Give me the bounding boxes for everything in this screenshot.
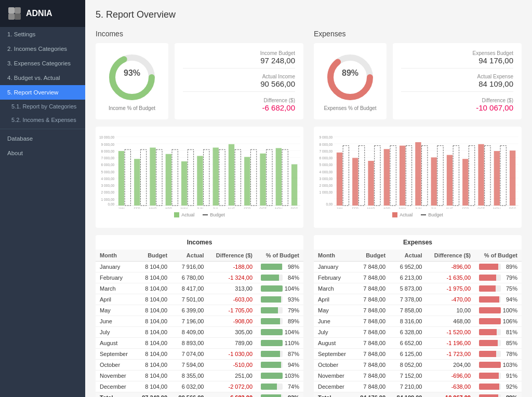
cell-pct: 98% — [257, 262, 303, 272]
cell-month: December — [314, 381, 353, 392]
svg-rect-96 — [400, 146, 405, 206]
sidebar-item-incomes-categories[interactable]: 2. Incomes Categories — [0, 42, 85, 56]
cell-month: August — [96, 338, 135, 349]
cell-pct: 94% — [257, 360, 303, 371]
cell-pct: 81% — [475, 327, 522, 338]
cell-month: May — [96, 305, 135, 316]
table-row: March 7 848,00 5 873,00 -1 975,00 75% — [314, 283, 522, 294]
sidebar-item-budget-actual[interactable]: 4. Budget vs. Actual — [0, 71, 85, 85]
incomes-budget-row: Income Budget 97 248,00 — [183, 50, 295, 69]
svg-text:7 000,00: 7 000,00 — [320, 149, 333, 153]
sidebar-item-database[interactable]: Database — [0, 131, 85, 146]
cell-actual: 6 780,00 — [171, 272, 208, 283]
svg-rect-3 — [15, 13, 21, 20]
svg-rect-30 — [125, 149, 130, 206]
table-row: October 8 104,00 7 594,00 -510,00 94% — [96, 360, 303, 371]
th-month-income: Month — [96, 250, 135, 262]
svg-rect-32 — [140, 149, 146, 206]
th-actual-expense: Actual — [390, 250, 426, 262]
cell-diff: 468,00 — [426, 316, 475, 327]
table-row: January 7 848,00 6 952,00 -896,00 89% — [314, 262, 522, 272]
cell-month: September — [96, 349, 135, 360]
svg-text:5 000,00: 5 000,00 — [101, 170, 115, 174]
expenses-table: Expenses Month Budget Actual Difference … — [314, 235, 522, 397]
cell-actual: 8 893,00 — [171, 338, 208, 349]
cell-actual: 8 316,00 — [390, 316, 426, 327]
svg-rect-45 — [244, 157, 250, 206]
table-total-row: Total 97 248,00 90 566,00 -6 682,00 93% — [96, 392, 303, 398]
th-month-expense: Month — [314, 250, 353, 262]
svg-text:FEB: FEB — [352, 207, 358, 209]
table-row: October 7 848,00 8 052,00 204,00 103% — [314, 360, 522, 371]
svg-rect-48 — [267, 149, 272, 206]
sidebar-item-report-overview[interactable]: 5. Report Overview — [0, 85, 85, 100]
cell-actual: 6 213,00 — [390, 272, 426, 283]
cell-actual: 7 501,00 — [171, 294, 208, 305]
cell-pct: 85% — [475, 338, 522, 349]
cell-month: February — [96, 272, 135, 283]
cell-actual: 6 328,00 — [390, 327, 426, 338]
expenses-table-title: Expenses — [314, 235, 522, 250]
cell-diff: -470,00 — [426, 294, 475, 305]
cell-diff: -908,00 — [208, 316, 257, 327]
expenses-diff-row: Difference ($) -10 067,00 — [401, 98, 513, 112]
cell-diff: -1 324,00 — [208, 272, 257, 283]
table-row: December 7 848,00 7 210,00 -638,00 92% — [314, 381, 522, 392]
svg-rect-33 — [150, 147, 155, 206]
sidebar-item-expenses-categories[interactable]: 3. Expenses Categories — [0, 56, 85, 71]
svg-text:9 000,00: 9 000,00 — [320, 135, 333, 139]
svg-text:JAN: JAN — [118, 207, 125, 209]
svg-text:NOV: NOV — [275, 207, 283, 209]
table-row: July 7 848,00 6 328,00 -1 520,00 81% — [314, 327, 522, 338]
svg-text:MAY: MAY — [399, 207, 406, 209]
svg-text:AUG: AUG — [228, 207, 235, 209]
cell-actual: 7 916,00 — [171, 262, 208, 272]
cell-actual: 6 032,00 — [171, 381, 208, 392]
sidebar-item-settings[interactable]: 1. Settings — [0, 27, 85, 42]
incomes-table-title: Incomes — [96, 235, 303, 250]
expenses-table-header: Month Budget Actual Difference ($) % of … — [314, 250, 522, 262]
sidebar-item-incomes-expenses[interactable]: 5.2. Incomes & Expenses — [0, 113, 85, 127]
svg-text:JUN: JUN — [197, 207, 204, 209]
cell-total-pct: 89% — [475, 392, 522, 398]
svg-text:2 000,00: 2 000,00 — [101, 190, 115, 194]
svg-rect-108 — [494, 151, 500, 206]
cell-budget: 8 104,00 — [135, 381, 171, 392]
expenses-chart: 9 000,00 8 000,00 7 000,00 6 000,00 5 00… — [314, 127, 522, 228]
svg-text:3 000,00: 3 000,00 — [320, 177, 333, 181]
sidebar-divider-1 — [0, 129, 85, 129]
cell-budget: 8 104,00 — [135, 272, 171, 283]
svg-text:4 000,00: 4 000,00 — [320, 170, 333, 174]
cell-actual: 7 152,00 — [390, 371, 426, 381]
expenses-section-title: Expenses — [314, 30, 522, 38]
cell-pct: 110% — [257, 338, 303, 349]
incomes-bar-chart: 10 000,00 9 000,00 8 000,00 7 000,00 6 0… — [99, 131, 300, 209]
expenses-bar-chart: 9 000,00 8 000,00 7 000,00 6 000,00 5 00… — [317, 131, 518, 209]
svg-text:8 000,00: 8 000,00 — [320, 143, 333, 146]
th-pct-income: % of Budget — [257, 250, 303, 262]
cell-actual: 6 399,00 — [171, 305, 208, 316]
cell-pct: 79% — [257, 305, 303, 316]
cell-pct: 93% — [257, 294, 303, 305]
cell-actual: 6 652,00 — [390, 338, 426, 349]
svg-text:APR: APR — [165, 207, 172, 209]
expenses-summary-row: 89% Expenses % of Budget Expenses Budget… — [314, 43, 522, 119]
incomes-table-header: Month Budget Actual Difference ($) % of … — [96, 250, 303, 262]
sidebar-item-report-categories[interactable]: 5.1. Report by Categories — [0, 100, 85, 113]
th-budget-income: Budget — [135, 250, 171, 262]
cell-diff: 305,00 — [208, 327, 257, 338]
cell-budget: 7 848,00 — [353, 262, 390, 272]
cell-actual: 7 210,00 — [390, 381, 426, 392]
cell-diff: -696,00 — [426, 371, 475, 381]
svg-text:7 000,00: 7 000,00 — [101, 156, 115, 160]
cell-pct: 78% — [475, 349, 522, 360]
sidebar-item-about[interactable]: About — [0, 146, 85, 160]
incomes-actual-row: Actual Income 90 566,00 — [183, 74, 295, 92]
svg-text:MAR: MAR — [367, 207, 375, 209]
cell-diff: -1 635,00 — [426, 272, 475, 283]
svg-text:DEC: DEC — [291, 207, 298, 209]
incomes-table: Incomes Month Budget Actual Difference (… — [96, 235, 303, 397]
svg-rect-88 — [337, 153, 342, 206]
svg-rect-106 — [478, 144, 484, 206]
svg-text:FEB: FEB — [134, 207, 140, 209]
